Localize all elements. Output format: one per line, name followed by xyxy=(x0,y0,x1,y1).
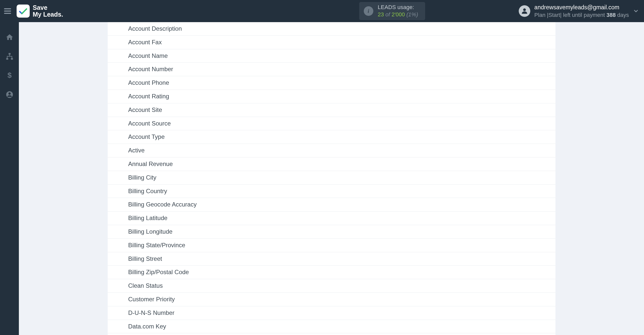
leads-usage-panel[interactable]: i LEADS usage: 23 of 2'000 (1%) xyxy=(359,2,425,20)
usage-total: 2'000 xyxy=(391,11,405,18)
usage-text: LEADS usage: 23 of 2'000 (1%) xyxy=(378,4,418,18)
chevron-down-icon[interactable] xyxy=(633,8,639,14)
field-list: Account DescriptionAccount FaxAccount Na… xyxy=(108,22,555,335)
field-row[interactable]: Account Fax xyxy=(108,36,555,49)
sidebar-item-connections[interactable] xyxy=(5,51,15,61)
sidebar: $ xyxy=(0,22,19,335)
info-icon: i xyxy=(364,6,373,16)
account-plan: Plan |Start| left until payment 388 days xyxy=(534,11,629,19)
sidebar-item-account[interactable] xyxy=(5,90,15,100)
svg-point-6 xyxy=(8,92,11,95)
logo-icon xyxy=(17,5,30,18)
app-header: Save My Leads. i LEADS usage: 23 of 2'00… xyxy=(0,0,644,22)
field-row[interactable]: Billing Geocode Accuracy xyxy=(108,198,555,212)
sidebar-item-home[interactable] xyxy=(5,32,15,42)
field-row[interactable]: Account Phone xyxy=(108,76,555,90)
field-row[interactable]: Billing City xyxy=(108,171,555,185)
field-row[interactable]: Account Number xyxy=(108,63,555,76)
field-row[interactable]: Customer Priority xyxy=(108,293,555,306)
field-row[interactable]: Billing Latitude xyxy=(108,212,555,225)
field-row[interactable]: Account Description xyxy=(108,22,555,36)
usage-current: 23 xyxy=(378,11,384,18)
field-row[interactable]: Billing Longitude xyxy=(108,225,555,239)
account-text: andrewsavemyleads@gmail.com Plan |Start|… xyxy=(534,4,629,19)
usage-percentage: (1%) xyxy=(407,11,418,18)
account-email: andrewsavemyleads@gmail.com xyxy=(534,4,629,11)
field-row[interactable]: Account Source xyxy=(108,117,555,131)
field-row[interactable]: Billing Country xyxy=(108,185,555,198)
account-area[interactable]: andrewsavemyleads@gmail.com Plan |Start|… xyxy=(519,2,629,20)
field-row[interactable]: Clean Status xyxy=(108,279,555,293)
svg-rect-1 xyxy=(9,53,11,55)
logo-text: Save My Leads. xyxy=(33,4,63,18)
field-row[interactable]: Annual Revenue xyxy=(108,157,555,171)
svg-point-0 xyxy=(523,8,526,11)
logo[interactable]: Save My Leads. xyxy=(17,4,63,18)
sidebar-item-billing[interactable]: $ xyxy=(5,70,15,80)
svg-rect-3 xyxy=(11,58,13,60)
field-row[interactable]: D-U-N-S Number xyxy=(108,306,555,320)
field-row[interactable]: Billing State/Province xyxy=(108,239,555,252)
svg-rect-2 xyxy=(6,58,8,60)
avatar-icon xyxy=(519,5,530,17)
main-layout: $ Account DescriptionAccount FaxAccount … xyxy=(0,22,644,335)
field-row[interactable]: Active xyxy=(108,144,555,157)
menu-toggle-button[interactable] xyxy=(4,7,13,16)
field-list-panel: Account DescriptionAccount FaxAccount Na… xyxy=(108,22,555,335)
field-row[interactable]: Employees xyxy=(108,333,555,335)
content-area: Account DescriptionAccount FaxAccount Na… xyxy=(19,22,644,335)
usage-label: LEADS usage: xyxy=(378,4,418,11)
field-row[interactable]: Billing Street xyxy=(108,252,555,266)
svg-text:$: $ xyxy=(7,71,11,79)
field-row[interactable]: Account Name xyxy=(108,49,555,63)
field-row[interactable]: Billing Zip/Postal Code xyxy=(108,266,555,279)
usage-of: of xyxy=(385,11,390,18)
field-row[interactable]: Account Site xyxy=(108,103,555,117)
field-row[interactable]: Account Type xyxy=(108,130,555,144)
field-row[interactable]: Account Rating xyxy=(108,90,555,103)
field-row[interactable]: Data.com Key xyxy=(108,320,555,333)
